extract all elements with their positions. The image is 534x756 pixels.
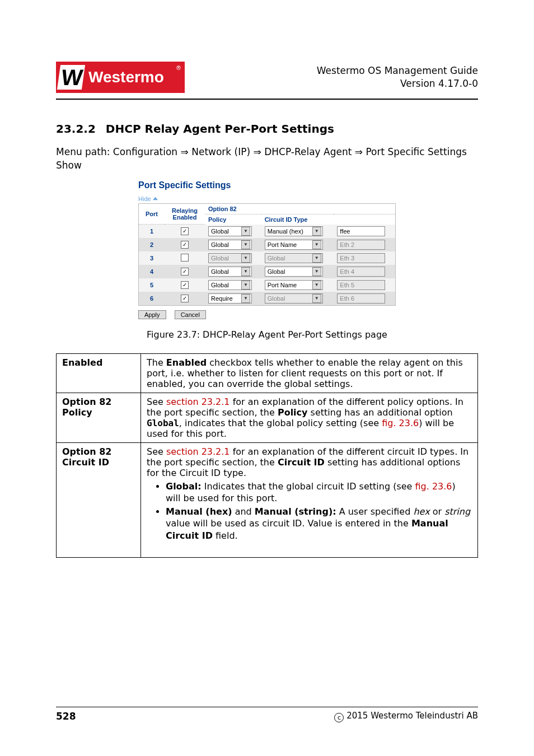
circuit-value-cell: Eth 3 [334, 251, 395, 265]
relaying-cell: ✓ [165, 292, 205, 306]
svg-marker-0 [153, 197, 158, 200]
policy-cell: Global▼ [205, 265, 261, 278]
port-settings-table: Port Relaying Enabled Option 82 Policy C… [138, 203, 396, 306]
circuit-value-cell: Eth 5 [334, 278, 395, 292]
relaying-checkbox[interactable] [181, 254, 189, 262]
relaying-checkbox[interactable]: ✓ [181, 241, 189, 249]
copyright: c 2015 Westermo Teleindustri AB [334, 711, 478, 722]
link-section-2321-b[interactable]: section 23.2.1 [166, 446, 230, 457]
description-table: Enabled The Enabled checkbox tells wheth… [56, 353, 478, 558]
chevron-down-icon: ▼ [312, 281, 321, 290]
section-number: 23.2.2 [56, 122, 96, 136]
desc-label-policy: Option 82 Policy [57, 393, 141, 442]
section-heading: 23.2.2DHCP Relay Agent Per-Port Settings [56, 122, 478, 136]
relaying-checkbox[interactable]: ✓ [181, 295, 189, 302]
policy-cell: Global▼ [205, 238, 261, 251]
desc-text-circuit-id: See section 23.2.1 for an explanation of… [141, 442, 478, 557]
relaying-cell: ✓ [165, 238, 205, 251]
relaying-cell: ✓ [165, 265, 205, 278]
chevron-down-icon: ▼ [312, 227, 321, 236]
desc-row-policy: Option 82 Policy See section 23.2.1 for … [57, 393, 478, 442]
relaying-cell: ✓ [165, 278, 205, 292]
bullet-global: Global: Indicates that the global circui… [166, 480, 472, 505]
page-header: W Westermo ® Westermo OS Management Guid… [56, 62, 478, 93]
guide-title: Westermo OS Management Guide [317, 64, 478, 77]
guide-version: Version 4.17.0-0 [317, 77, 478, 90]
table-row: 1✓Global▼Manual (hex)▼ffee [139, 225, 396, 238]
circuit-id-select[interactable]: Port Name▼ [265, 280, 323, 290]
col-circuit-id-type: Circuit ID Type [261, 214, 334, 225]
table-row: 2✓Global▼Port Name▼Eth 2 [139, 238, 396, 251]
footer-rule [56, 707, 478, 707]
circuit-value-input[interactable]: ffee [337, 226, 385, 236]
menu-path: Menu path: Configuration ⇒ Network (IP) … [56, 146, 478, 172]
chevron-down-icon: ▼ [241, 227, 250, 236]
chevron-down-icon: ▼ [312, 240, 321, 249]
policy-cell: Global▼ [205, 278, 261, 292]
policy-cell: Global▼ [205, 225, 261, 238]
port-number: 2 [139, 238, 165, 251]
apply-button[interactable]: Apply [138, 310, 166, 319]
hide-label: Hide [138, 195, 151, 202]
bullet-manual: Manual (hex) and Manual (string): A user… [166, 506, 472, 542]
policy-cell: Require▼ [205, 292, 261, 306]
header-right: Westermo OS Management Guide Version 4.1… [317, 64, 478, 90]
link-section-2321-a[interactable]: section 23.2.1 [166, 396, 230, 407]
policy-select: Global▼ [208, 253, 252, 263]
circuit-value-cell: Eth 6 [334, 292, 395, 306]
circuit-value-cell: ffee [334, 225, 395, 238]
desc-text-policy: See section 23.2.1 for an explanation of… [141, 393, 478, 442]
port-number: 4 [139, 265, 165, 278]
port-number: 1 [139, 225, 165, 238]
registered-mark: ® [176, 65, 181, 71]
figure-wrapper: Port Specific Settings Hide Port Relayin… [56, 180, 478, 319]
circuit-id-select: Global▼ [265, 293, 323, 304]
circuit-value-input: Eth 2 [337, 240, 385, 250]
circuit-value-cell: Eth 4 [334, 265, 395, 278]
circuit-id-cell: Global▼ [261, 265, 334, 278]
desc-label-enabled: Enabled [57, 353, 141, 393]
col-policy: Policy [205, 214, 261, 225]
circuit-id-cell: Global▼ [261, 292, 334, 306]
port-number: 3 [139, 251, 165, 265]
circuit-value-input: Eth 6 [337, 293, 385, 304]
relaying-cell: ✓ [165, 225, 205, 238]
header-rule [56, 99, 478, 100]
link-fig-236-b[interactable]: fig. 23.6 [415, 481, 452, 492]
copyright-icon: c [334, 713, 344, 722]
policy-select[interactable]: Global▼ [208, 240, 252, 250]
figure-caption: Figure 23.7: DHCP-Relay Agent Per-Port S… [56, 329, 478, 340]
relaying-cell [165, 251, 205, 265]
policy-select[interactable]: Global▼ [208, 267, 252, 277]
logo-w-mark: W [57, 65, 85, 90]
col-value [334, 214, 395, 225]
circuit-id-select[interactable]: Global▼ [265, 267, 323, 277]
desc-row-circuit-id: Option 82 Circuit ID See section 23.2.1 … [57, 442, 478, 557]
hide-link[interactable]: Hide [138, 195, 158, 202]
policy-select[interactable]: Global▼ [208, 226, 252, 236]
chevron-down-icon: ▼ [241, 254, 250, 263]
circuit-id-cell: Port Name▼ [261, 238, 334, 251]
circuit-id-cell: Global▼ [261, 251, 334, 265]
circuit-value-input: Eth 3 [337, 253, 385, 263]
chevron-down-icon: ▼ [241, 240, 250, 249]
relaying-checkbox[interactable]: ✓ [181, 281, 189, 289]
page-footer: 528 c 2015 Westermo Teleindustri AB [56, 707, 478, 722]
link-fig-236-a[interactable]: fig. 23.6 [382, 418, 419, 428]
section-title: DHCP Relay Agent Per-Port Settings [106, 122, 334, 136]
triangle-up-icon [153, 196, 158, 201]
circuit-id-select[interactable]: Manual (hex)▼ [265, 226, 323, 236]
policy-cell: Global▼ [205, 251, 261, 265]
chevron-down-icon: ▼ [312, 254, 321, 263]
westermo-logo: W Westermo ® [56, 62, 185, 93]
circuit-id-select: Global▼ [265, 253, 323, 263]
chevron-down-icon: ▼ [241, 294, 250, 303]
relaying-checkbox[interactable]: ✓ [181, 268, 189, 276]
policy-select[interactable]: Require▼ [208, 293, 252, 304]
relaying-checkbox[interactable]: ✓ [181, 227, 189, 235]
cancel-button[interactable]: Cancel [175, 310, 206, 319]
policy-select[interactable]: Global▼ [208, 280, 252, 290]
col-port: Port [139, 203, 165, 225]
circuit-id-select[interactable]: Port Name▼ [265, 240, 323, 250]
circuit-id-cell: Manual (hex)▼ [261, 225, 334, 238]
